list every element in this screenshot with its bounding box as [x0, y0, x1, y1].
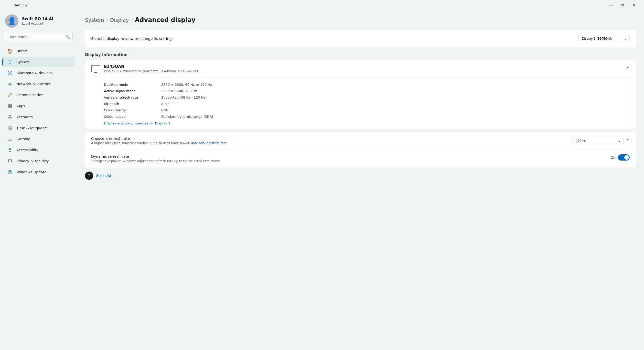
monitor-info: B145QAN Display 1: Connected to Qualcomm…	[104, 64, 199, 73]
search-input[interactable]	[4, 33, 73, 41]
sidebar-item-personalisation[interactable]: Personalisation	[2, 90, 75, 100]
get-help-section: ? Get help	[85, 172, 636, 180]
display-adaptor-link[interactable]: Display adaptor properties for Display 1	[104, 121, 170, 125]
network-icon	[7, 81, 13, 87]
display-selector-label: Select a display to view or change its s…	[91, 37, 174, 41]
display-info-left: B145QAN Display 1: Connected to Qualcomm…	[91, 64, 199, 73]
info-label-colour-space: Colour space	[104, 115, 155, 119]
info-value-vrr: Supported (48 Hz - 120 Hz)	[161, 96, 207, 99]
sidebar-item-accessibility[interactable]: Accessibility	[2, 145, 75, 155]
breadcrumb-system[interactable]: System	[85, 17, 104, 23]
svg-rect-8	[10, 106, 12, 108]
monitor-subtitle: Display 1: Connected to Qualcomm(R) Adre…	[104, 69, 199, 73]
refresh-body: Dynamic refresh rate To help save power,…	[85, 150, 636, 167]
display-selector-card: Select a display to view or change its s…	[85, 30, 636, 47]
bluetooth-icon	[7, 70, 13, 76]
system-icon	[7, 59, 13, 65]
sidebar-label-personalisation: Personalisation	[16, 93, 44, 97]
sidebar-item-system[interactable]: System	[2, 57, 75, 67]
dynamic-refresh-toggle[interactable]	[618, 154, 630, 161]
info-row-colour-format: Colour format RGB	[104, 107, 630, 113]
user-info: Swift GO 14 AI Local Account	[22, 17, 53, 25]
svg-rect-5	[8, 104, 10, 106]
sidebar-label-home: Home	[16, 49, 27, 53]
close-button[interactable]: ✕	[628, 1, 640, 9]
svg-rect-7	[8, 106, 10, 108]
info-row-desktop: Desktop mode 2560 × 1600, 60 Hz or 120 H…	[104, 81, 630, 88]
dynamic-refresh-left: Dynamic refresh rate To help save power,…	[91, 154, 220, 163]
display-dropdown-wrapper: Display 1: B145QAN	[578, 35, 630, 42]
time-icon	[7, 125, 13, 131]
window-controls: — ⧉ ✕	[605, 1, 640, 9]
refresh-rate-right: 60 Hz 120 Hz ^	[573, 137, 630, 144]
sidebar-item-home[interactable]: 🏠 Home	[2, 46, 75, 56]
gaming-icon	[7, 136, 13, 142]
privacy-icon	[7, 158, 13, 164]
svg-point-4	[10, 86, 10, 86]
user-account: Local Account	[22, 22, 53, 25]
sidebar-label-system: System	[16, 60, 30, 64]
display-info-body: Desktop mode 2560 × 1600, 60 Hz or 120 H…	[85, 78, 636, 129]
svg-point-15	[10, 139, 11, 140]
restore-button[interactable]: ⧉	[616, 1, 628, 9]
monitor-name: B145QAN	[104, 64, 199, 69]
sidebar-item-bluetooth[interactable]: Bluetooth & devices	[2, 68, 75, 78]
sidebar-label-gaming: Gaming	[16, 137, 30, 141]
info-row-vrr: Variable refresh rate Supported (48 Hz -…	[104, 94, 630, 101]
info-label-vrr: Variable refresh rate	[104, 96, 155, 99]
titlebar: ← Settings — ⧉ ✕	[0, 0, 644, 10]
info-value-desktop: 2560 × 1600, 60 Hz or 120 Hz	[161, 83, 212, 87]
personalisation-icon	[7, 92, 13, 98]
display-info-header[interactable]: B145QAN Display 1: Connected to Qualcomm…	[85, 60, 636, 78]
info-label-desktop: Desktop mode	[104, 83, 155, 87]
sidebar-item-gaming[interactable]: Gaming	[2, 134, 75, 144]
apps-icon	[7, 103, 13, 109]
refresh-rate-subtitle: A higher rate gives smoother motion, but…	[91, 141, 227, 145]
monitor-icon	[91, 65, 100, 72]
svg-rect-6	[10, 104, 12, 106]
refresh-rate-dropdown[interactable]: 60 Hz 120 Hz	[573, 137, 624, 144]
avatar: 👤	[5, 14, 18, 28]
info-value-bitdepth: 8-bit	[161, 102, 169, 106]
nav-list: 🏠 Home System	[0, 45, 77, 178]
info-label-signal: Active signal mode	[104, 89, 155, 93]
content-area: System › Display › Advanced display Sele…	[77, 10, 644, 350]
refresh-rate-chevron-up: ^	[626, 138, 630, 143]
sidebar-item-time[interactable]: Time & language	[2, 123, 75, 133]
display-info-card: B145QAN Display 1: Connected to Qualcomm…	[85, 60, 636, 129]
get-help-link[interactable]: Get help	[96, 174, 111, 178]
breadcrumb: System › Display › Advanced display	[85, 16, 636, 24]
dynamic-refresh-right: On	[611, 154, 630, 161]
sidebar-label-bluetooth: Bluetooth & devices	[16, 71, 52, 75]
chevron-up-icon: ^	[626, 66, 630, 71]
main-layout: 👤 Swift GO 14 AI Local Account 🔍 🏠 Home	[0, 10, 644, 350]
sidebar-item-network[interactable]: Network & internet	[2, 79, 75, 89]
breadcrumb-current: Advanced display	[135, 16, 196, 24]
update-icon	[7, 169, 13, 175]
accounts-icon	[7, 114, 13, 120]
back-button[interactable]: ←	[4, 2, 11, 9]
sidebar-item-update[interactable]: Windows Update	[2, 167, 75, 177]
refresh-rate-subtitle-text: A higher rate gives smoother motion, but…	[91, 141, 190, 145]
info-label-colour-format: Colour format	[104, 108, 155, 112]
accessibility-icon	[7, 147, 13, 153]
search-bar: 🔍	[4, 33, 73, 41]
home-icon: 🏠	[7, 48, 13, 54]
sidebar-label-update: Windows Update	[16, 170, 47, 174]
refresh-rate-link[interactable]: More about refresh rate	[190, 141, 227, 145]
user-section: 👤 Swift GO 14 AI Local Account	[0, 10, 77, 33]
minimize-button[interactable]: —	[605, 1, 616, 9]
sidebar: 👤 Swift GO 14 AI Local Account 🔍 🏠 Home	[0, 10, 77, 350]
sidebar-item-privacy[interactable]: Privacy & security	[2, 156, 75, 166]
sidebar-item-accounts[interactable]: Accounts	[2, 112, 75, 122]
breadcrumb-display[interactable]: Display	[110, 17, 129, 23]
refresh-rate-card: Choose a refresh rate A higher rate give…	[85, 132, 636, 167]
sidebar-item-apps[interactable]: Apps	[2, 101, 75, 111]
svg-point-9	[9, 115, 11, 117]
dynamic-refresh-subtitle: To help save power, Windows adjusts the …	[91, 159, 220, 163]
user-name: Swift GO 14 AI	[22, 17, 53, 21]
display-info-title: Display information	[85, 52, 636, 57]
svg-point-16	[9, 148, 10, 149]
svg-rect-0	[8, 60, 12, 63]
display-dropdown[interactable]: Display 1: B145QAN	[578, 35, 630, 42]
